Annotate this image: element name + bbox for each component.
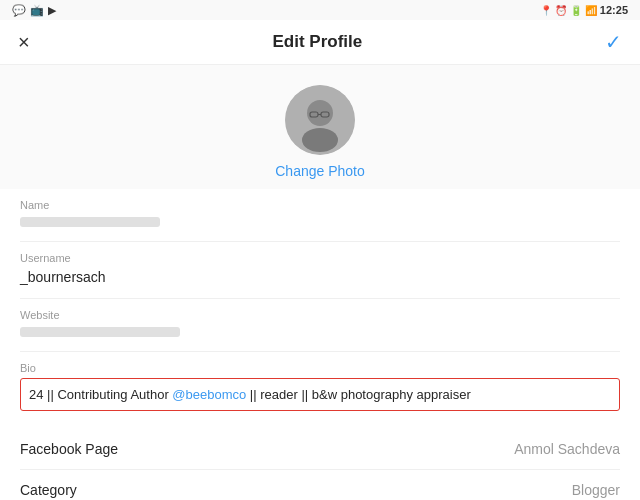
edit-profile-header: × Edit Profile ✓: [0, 20, 640, 65]
facebook-page-label: Facebook Page: [20, 441, 118, 457]
website-label: Website: [20, 309, 620, 321]
facebook-page-row[interactable]: Facebook Page Anmol Sachdeva: [20, 429, 620, 470]
row-fields-section: Facebook Page Anmol Sachdeva Category Bl…: [20, 429, 620, 500]
website-placeholder: [20, 327, 180, 337]
signal-icon: 📶: [585, 5, 597, 16]
twitch-icon: 📺: [30, 4, 44, 17]
content-area: Change Photo Name Username _bournersach …: [0, 65, 640, 500]
bio-text-part1: 24 || Contributing Author: [29, 387, 172, 402]
category-label: Category: [20, 482, 77, 498]
bio-text-part2: || reader || b&w photography appraiser: [246, 387, 471, 402]
alarm-icon: ⏰: [555, 5, 567, 16]
bio-label: Bio: [20, 362, 620, 374]
name-label: Name: [20, 199, 620, 211]
name-field-group: Name: [20, 189, 620, 242]
username-label: Username: [20, 252, 620, 264]
username-field-group: Username _bournersach: [20, 242, 620, 299]
page-title: Edit Profile: [272, 32, 362, 52]
battery-icon: 🔋: [570, 5, 582, 16]
category-value: Blogger: [572, 482, 620, 498]
bio-input-container[interactable]: 24 || Contributing Author @beebomco || r…: [20, 378, 620, 411]
photo-section: Change Photo: [0, 65, 640, 189]
confirm-button[interactable]: ✓: [605, 30, 622, 54]
form-section: Name Username _bournersach Website Bio 2…: [0, 189, 640, 500]
bio-field-group: Bio 24 || Contributing Author @beebomco …: [20, 352, 620, 421]
location-icon: 📍: [540, 5, 552, 16]
category-row[interactable]: Category Blogger: [20, 470, 620, 500]
name-placeholder: [20, 217, 160, 227]
messenger-icon: 💬: [12, 4, 26, 17]
status-left-icons: 💬 📺 ▶: [12, 4, 56, 17]
media-icon: ▶: [48, 4, 56, 17]
time-display: 12:25: [600, 4, 628, 16]
bio-mention: @beebomco: [172, 387, 246, 402]
status-right-icons: 📍 ⏰ 🔋 📶 12:25: [540, 4, 628, 16]
close-button[interactable]: ×: [18, 32, 30, 52]
status-bar: 💬 📺 ▶ 📍 ⏰ 🔋 📶 12:25: [0, 0, 640, 20]
avatar[interactable]: [285, 85, 355, 155]
change-photo-button[interactable]: Change Photo: [275, 163, 365, 179]
bio-value: 24 || Contributing Author @beebomco || r…: [29, 387, 471, 402]
svg-point-1: [302, 128, 338, 152]
username-value[interactable]: _bournersach: [20, 266, 620, 288]
facebook-page-value: Anmol Sachdeva: [514, 441, 620, 457]
website-field-group: Website: [20, 299, 620, 352]
